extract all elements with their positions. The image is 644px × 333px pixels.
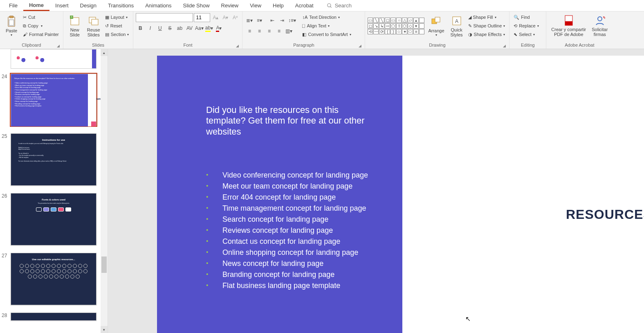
select-button[interactable]: ⬉Select▾ <box>512 30 543 38</box>
svg-rect-11 <box>435 17 440 22</box>
cut-button[interactable]: ✂Cut <box>21 13 61 21</box>
align-left-icon[interactable]: ≡ <box>245 27 254 36</box>
thumb-title: Fonts & colors used <box>14 198 93 201</box>
reuse-slides-button[interactable]: Reuse Slides <box>85 14 103 38</box>
bullets-icon[interactable]: ≣▾ <box>245 16 254 25</box>
change-case-icon[interactable]: Aa▾ <box>195 24 204 33</box>
underline-icon[interactable]: U <box>155 24 164 33</box>
shapes-gallery[interactable]: ▭╲╲◻▭○△▱▴ ◻↘↳⇨⬠⇧⬡◇▾ ⟲〰⟳{}☆✦⬭≡ <box>368 18 425 34</box>
text-direction-button[interactable]: ↕AText Direction▾ <box>301 13 352 21</box>
numbering-icon[interactable]: ≡▾ <box>255 16 264 25</box>
align-text-button[interactable]: ⎕Align Text▾ <box>301 22 352 30</box>
tab-file[interactable]: File <box>3 1 23 10</box>
copy-button[interactable]: ⧉Copy▾ <box>21 22 61 30</box>
slide-thumbnail-partial[interactable] <box>11 49 96 69</box>
shape-effects-button[interactable]: ◑Shape Effects▾ <box>467 30 507 38</box>
slide-thumbnail-26[interactable]: 26 Fonts & colors used This presentation… <box>11 193 96 245</box>
tab-transitions[interactable]: Transitions <box>102 1 139 10</box>
adobe-request-button[interactable]: ✎ Solicitar firmas <box>589 13 610 38</box>
tab-animations[interactable]: Animations <box>139 1 177 10</box>
gallery-down-icon[interactable]: ▾ <box>413 23 419 29</box>
svg-text:+: + <box>70 15 72 19</box>
tab-insert[interactable]: Insert <box>49 1 74 10</box>
adobe-create-button[interactable]: Crear y compartir PDF de Adobe <box>549 13 588 38</box>
shape-fill-label: Shape Fill <box>473 15 493 20</box>
increase-font-icon[interactable]: A▴ <box>211 13 220 22</box>
thumbnail-number: 25 <box>2 133 7 139</box>
slide-thumbnail-25[interactable]: 25 Instructions for use In order to use … <box>11 133 96 186</box>
scroll-down-icon[interactable]: ▾ <box>101 326 108 333</box>
find-button[interactable]: 🔍Find <box>512 13 543 21</box>
format-painter-button[interactable]: 🖌Format Painter <box>21 30 61 38</box>
paste-button[interactable]: Paste ▾ <box>2 14 20 38</box>
new-slide-button[interactable]: + New Slide <box>66 14 84 38</box>
columns-icon[interactable]: ▥▾ <box>284 27 293 36</box>
thumbnail-scrollbar[interactable]: ▴ ▾ <box>101 49 108 333</box>
signature-icon: ✎ <box>593 14 606 27</box>
shape-fill-button[interactable]: ◢Shape Fill▾ <box>467 13 507 21</box>
svg-text:✎: ✎ <box>603 16 605 20</box>
tab-acrobat[interactable]: Acrobat <box>289 1 319 10</box>
gallery-more-icon[interactable]: ≡ <box>413 29 419 34</box>
tab-view[interactable]: View <box>244 1 267 10</box>
justify-icon[interactable]: ≡ <box>274 27 283 36</box>
search-box[interactable] <box>327 2 368 9</box>
launcher-icon[interactable]: ◢ <box>359 44 361 48</box>
layout-icon: ▦ <box>105 15 109 20</box>
thumbnail-number: 26 <box>2 193 7 199</box>
tab-slideshow[interactable]: Slide Show <box>177 1 215 10</box>
clear-format-icon[interactable]: Aᵉ <box>231 13 240 22</box>
new-slide-label: New Slide <box>70 27 80 37</box>
list-item: Branding concept for landing page <box>206 269 378 280</box>
scissors-icon: ✂ <box>23 15 27 20</box>
list-item: Flat business landing page template <box>206 280 378 291</box>
shadow-icon[interactable]: ab <box>175 24 184 33</box>
gallery-up-icon[interactable]: ▴ <box>413 18 419 23</box>
thumbnail-number: 27 <box>2 253 7 259</box>
arrange-button[interactable]: Arrange▾ <box>426 14 447 38</box>
italic-icon[interactable]: I <box>146 24 155 33</box>
strike-icon[interactable]: S <box>165 24 174 33</box>
brush-icon: 🖌 <box>23 32 27 37</box>
launcher-icon[interactable]: ◢ <box>503 44 506 48</box>
scroll-up-icon[interactable]: ▴ <box>101 49 108 56</box>
align-right-icon[interactable]: ≡ <box>265 27 274 36</box>
svg-rect-9 <box>92 19 98 25</box>
quick-styles-icon: A <box>450 14 463 27</box>
tab-home[interactable]: Home <box>23 0 49 11</box>
line-spacing-icon[interactable]: ↕≡▾ <box>287 16 296 25</box>
section-button[interactable]: ▤Section▾ <box>103 30 131 38</box>
search-input[interactable] <box>335 2 368 9</box>
slide-thumbnail-28[interactable]: 28 <box>11 313 96 321</box>
slide-canvas[interactable]: Did you like the resources on this templ… <box>157 56 644 333</box>
slide-thumbnail-27[interactable]: 27 Use our editable graphic resources... <box>11 253 96 305</box>
slide-thumbnail-24[interactable]: 24 Did you like the resources on this te… <box>11 74 96 126</box>
bold-icon[interactable]: B <box>136 24 145 33</box>
text-direction-label: Text Direction <box>309 15 337 20</box>
effects-icon: ◑ <box>468 32 472 37</box>
decrease-indent-icon[interactable]: ⇤ <box>268 16 277 25</box>
font-color-icon[interactable]: A▾ <box>214 24 223 33</box>
tab-design[interactable]: Design <box>74 1 102 10</box>
shape-outline-button[interactable]: ✎Shape Outline▾ <box>467 22 507 30</box>
highlight-icon[interactable]: ab▾ <box>204 24 213 33</box>
layout-button[interactable]: ▦Layout▾ <box>103 13 131 21</box>
align-center-icon[interactable]: ≡ <box>255 27 264 36</box>
slide-editor[interactable]: Did you like the resources on this templ… <box>108 49 644 333</box>
tab-help[interactable]: Help <box>267 1 289 10</box>
decrease-font-icon[interactable]: A▾ <box>221 13 230 22</box>
convert-smartart-button[interactable]: ◧Convert to SmartArt▾ <box>301 30 352 38</box>
tab-review[interactable]: Review <box>215 1 245 10</box>
font-name-combo[interactable] <box>136 13 193 22</box>
list-item: News concept for landing page <box>206 258 378 269</box>
font-size-combo[interactable] <box>194 13 210 22</box>
replace-button[interactable]: ⟲Replace▾ <box>512 22 543 30</box>
launcher-icon[interactable]: ◢ <box>236 44 239 48</box>
quick-styles-button[interactable]: A Quick Styles <box>448 14 466 38</box>
reset-button[interactable]: ↺Reset <box>103 22 131 30</box>
launcher-icon[interactable]: ◢ <box>57 44 60 48</box>
bucket-icon: ◢ <box>468 15 471 20</box>
increase-indent-icon[interactable]: ⇥ <box>278 16 287 25</box>
scroll-handle[interactable] <box>101 256 107 273</box>
char-spacing-icon[interactable]: AV <box>185 24 194 33</box>
